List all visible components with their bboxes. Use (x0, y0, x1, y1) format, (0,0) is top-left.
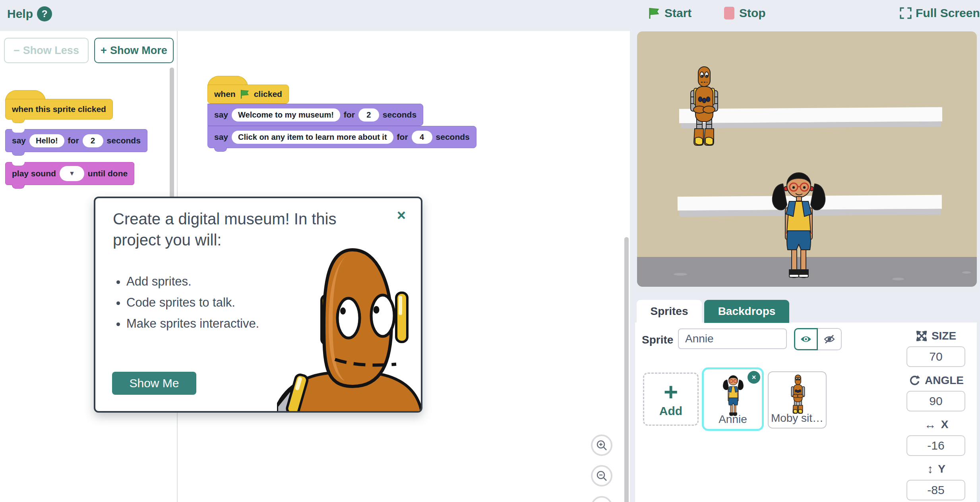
annie-thumbnail-image (722, 373, 745, 416)
script-block-when-flag-clicked[interactable]: when clicked (207, 85, 289, 104)
eye-slash-icon (823, 334, 835, 344)
zoom-reset-button[interactable] (591, 496, 612, 502)
sprite-moby-sitting[interactable] (684, 66, 724, 150)
sprite-name-input[interactable] (678, 328, 787, 349)
block-text: say (214, 110, 228, 120)
rotate-icon (909, 375, 920, 386)
tab-backdrops-label: Backdrops (718, 305, 776, 318)
hide-sprite-button[interactable] (818, 328, 842, 350)
add-sprite-button[interactable]: + Add (643, 373, 699, 426)
add-label: Add (659, 404, 682, 418)
x-label: X (941, 418, 949, 431)
sprite-thumbnail-annie[interactable]: Annie × (702, 367, 764, 431)
plus-icon: + (664, 380, 678, 404)
fullscreen-button[interactable]: Full Screen (900, 6, 980, 20)
resize-icon (916, 331, 927, 341)
palette-block-say[interactable]: say Hello! for 2 seconds (5, 129, 147, 152)
block-text: say (214, 132, 228, 142)
show-me-button[interactable]: Show Me (112, 372, 196, 395)
block-text: seconds (107, 136, 141, 145)
moby-illustration (277, 248, 422, 413)
tab-backdrops[interactable]: Backdrops (704, 300, 789, 323)
block-text: say (12, 136, 26, 145)
show-less-label: Show Less (23, 44, 79, 57)
start-label: Start (664, 6, 691, 20)
say-text-input[interactable]: Hello! (29, 134, 64, 147)
y-label-row: ↕ Y (906, 462, 966, 476)
show-less-button[interactable]: − Show Less (4, 38, 89, 63)
block-text: play sound (12, 169, 56, 178)
block-bump (12, 184, 25, 189)
palette-block-when-sprite-clicked[interactable]: when this sprite clicked (5, 99, 113, 120)
floor-scuff (892, 278, 904, 280)
floor-scuff (962, 271, 971, 274)
sprite-annie[interactable] (771, 165, 827, 279)
block-notch (12, 162, 25, 166)
block-bump (214, 147, 227, 152)
floor-scuff (674, 273, 687, 276)
block-bump (12, 151, 25, 156)
x-input[interactable] (906, 435, 965, 456)
sprite-label: Sprite (642, 334, 673, 346)
modal-bullet: Add sprites. (126, 274, 259, 289)
workspace-scrollbar[interactable] (624, 237, 629, 502)
y-input[interactable] (906, 480, 965, 500)
show-sprite-button[interactable] (794, 328, 818, 350)
size-label-row: SIZE (906, 330, 966, 342)
modal-bullet: Code sprites to talk. (126, 295, 259, 310)
minus-icon: − (14, 44, 20, 57)
block-text: when (214, 89, 236, 99)
stop-button[interactable]: Stop (724, 6, 766, 20)
block-text: when this sprite clicked (12, 104, 106, 114)
block-text: for (397, 132, 408, 142)
sprite-thumbnail-moby[interactable]: Moby sit… (768, 371, 827, 429)
fullscreen-icon (900, 7, 912, 19)
vertical-arrow-icon: ↕ (927, 462, 933, 476)
sound-dropdown[interactable]: ▼ (60, 166, 84, 181)
delete-sprite-button[interactable]: × (748, 371, 760, 384)
block-text: for (68, 136, 79, 145)
block-text: clicked (254, 89, 282, 99)
script-block-say-1[interactable]: say Welcome to my museum! for 2 seconds (207, 104, 423, 126)
help-label: Help (7, 7, 33, 21)
script-block-say-2[interactable]: say Click on any item to learn more abou… (207, 126, 476, 148)
help-modal: Create a digital museum! In this project… (94, 197, 422, 413)
angle-label-row: ANGLE (906, 374, 966, 387)
help-button[interactable]: Help ? (7, 6, 52, 21)
visibility-toggle (794, 328, 842, 350)
palette-block-play-sound[interactable]: play sound ▼ until done (5, 162, 134, 185)
eye-icon (800, 335, 812, 344)
say-text-input[interactable]: Welcome to my museum! (232, 108, 340, 122)
say-seconds-input[interactable]: 2 (358, 108, 379, 122)
zoom-out-button[interactable] (591, 465, 612, 487)
show-more-button[interactable]: + Show More (94, 38, 174, 63)
say-seconds-input[interactable]: 2 (83, 134, 103, 147)
modal-close-button[interactable]: × (397, 208, 406, 223)
modal-title: Create a digital museum! In this project… (113, 209, 371, 251)
horizontal-arrow-icon: ↔ (924, 418, 936, 431)
say-text-input[interactable]: Click on any item to learn more about it (232, 131, 393, 144)
modal-bullet: Make sprites interactive. (126, 317, 259, 331)
block-text: for (344, 110, 355, 120)
zoom-out-icon (596, 470, 608, 482)
block-notch (12, 129, 25, 133)
angle-input[interactable] (906, 391, 965, 411)
zoom-in-icon (596, 439, 608, 451)
y-label: Y (938, 463, 945, 475)
angle-label: ANGLE (925, 374, 964, 387)
zoom-in-button[interactable] (591, 434, 612, 456)
show-more-label: Show More (110, 44, 167, 57)
modal-bullet-list: Add sprites. Code sprites to talk. Make … (126, 274, 259, 338)
stage[interactable] (637, 31, 977, 287)
chevron-down-icon: ▼ (69, 170, 75, 177)
tab-sprites[interactable]: Sprites (637, 300, 702, 323)
top-bar: Help ? Start Stop Full Screen (0, 0, 980, 31)
block-text: seconds (383, 110, 416, 120)
size-input[interactable] (906, 346, 965, 367)
stop-square-icon (724, 7, 734, 19)
block-bump (12, 119, 25, 123)
say-seconds-input[interactable]: 4 (412, 131, 432, 144)
green-flag-icon (239, 89, 250, 99)
app-root: Help ? Start Stop Full Screen − (0, 0, 980, 502)
start-button[interactable]: Start (648, 6, 691, 20)
